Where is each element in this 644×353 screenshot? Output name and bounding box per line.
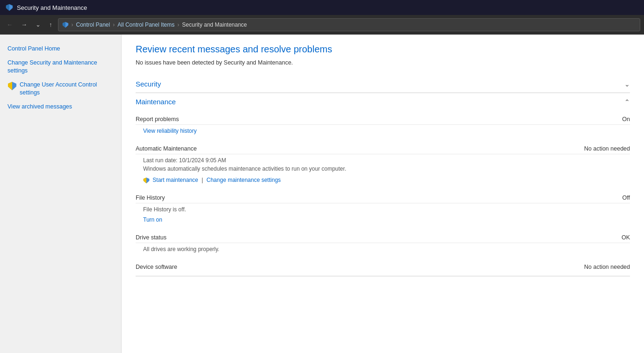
up-button[interactable]: ↑ bbox=[46, 19, 55, 30]
content-area: Review recent messages and resolve probl… bbox=[122, 35, 644, 353]
svg-marker-3 bbox=[62, 22, 65, 27]
sidebar-item-label: Change Security and Maintenance settings bbox=[7, 59, 114, 75]
address-bar: ← → ⌄ ↑ › Control Panel › All Control Pa… bbox=[0, 15, 644, 35]
sidebar-item-label: View archived messages bbox=[7, 103, 72, 111]
forward-button[interactable]: → bbox=[18, 19, 30, 30]
automatic-maintenance-details: Last run date: 10/1/2024 9:05 AM Windows… bbox=[136, 154, 630, 189]
file-history-label: File History bbox=[136, 195, 165, 201]
sidebar-item-change-uac[interactable]: Change User Account Control settings bbox=[0, 78, 121, 100]
path-security-maintenance: Security and Maintenance bbox=[182, 22, 247, 28]
bottom-divider bbox=[136, 276, 630, 276]
app-icon bbox=[6, 4, 13, 11]
automatic-maintenance-status: No action needed bbox=[584, 145, 630, 152]
drive-status-row: Drive status OK All drives are working p… bbox=[136, 229, 630, 258]
address-path: › Control Panel › All Control Panel Item… bbox=[58, 18, 641, 31]
recent-locations-button[interactable]: ⌄ bbox=[33, 19, 43, 30]
main-container: Control Panel Home Change Security and M… bbox=[0, 35, 644, 353]
title-bar: Security and Maintenance bbox=[0, 0, 644, 15]
drive-status-label: Drive status bbox=[136, 234, 166, 241]
path-all-items[interactable]: All Control Panel Items bbox=[117, 22, 174, 28]
file-history-row: File History Off File History is off. Tu… bbox=[136, 189, 630, 229]
link-separator: | bbox=[202, 177, 204, 183]
automatic-maintenance-label: Automatic Maintenance bbox=[136, 145, 197, 152]
security-section-header[interactable]: Security ⌄ bbox=[136, 75, 630, 93]
device-software-status: No action needed bbox=[584, 264, 630, 270]
svg-marker-1 bbox=[6, 4, 9, 11]
maintenance-last-run: Last run date: 10/1/2024 9:05 AM bbox=[143, 156, 630, 165]
sidebar-item-label: Change User Account Control settings bbox=[20, 81, 114, 97]
automatic-maintenance-row: Automatic Maintenance No action needed L… bbox=[136, 140, 630, 189]
drive-status-details: All drives are working properly. bbox=[136, 243, 630, 258]
subtitle: No issues have been detected by Security… bbox=[136, 59, 630, 66]
sidebar-item-view-archived[interactable]: View archived messages bbox=[0, 100, 121, 114]
shield-icon bbox=[7, 81, 17, 91]
change-maintenance-settings-link[interactable]: Change maintenance settings bbox=[207, 177, 281, 183]
start-maintenance-link[interactable]: Start maintenance bbox=[152, 177, 198, 183]
file-history-status: Off bbox=[622, 195, 630, 201]
sidebar-item-label: Control Panel Home bbox=[7, 45, 60, 53]
file-history-link-container: Turn on bbox=[143, 216, 630, 224]
view-reliability-history-link[interactable]: View reliability history bbox=[143, 128, 197, 134]
maintenance-section-header[interactable]: Maintenance ⌃ bbox=[136, 93, 630, 110]
turn-on-link[interactable]: Turn on bbox=[143, 216, 162, 223]
report-problems-label: Report problems bbox=[136, 116, 179, 122]
report-problems-row: Report problems On View reliability hist… bbox=[136, 110, 630, 140]
sidebar-item-control-panel-home[interactable]: Control Panel Home bbox=[0, 42, 121, 56]
drive-status-note: All drives are working properly. bbox=[143, 245, 630, 253]
file-history-details: File History is off. Turn on bbox=[136, 203, 630, 229]
svg-marker-5 bbox=[8, 82, 12, 90]
title-bar-text: Security and Maintenance bbox=[17, 4, 87, 11]
maintenance-schedule-note: Windows automatically schedules maintena… bbox=[143, 165, 630, 173]
report-problems-details: View reliability history bbox=[136, 125, 630, 140]
sidebar: Control Panel Home Change Security and M… bbox=[0, 35, 122, 353]
sidebar-item-change-security[interactable]: Change Security and Maintenance settings bbox=[0, 56, 121, 78]
path-control-panel[interactable]: Control Panel bbox=[76, 22, 110, 28]
shield-start-maintenance-icon bbox=[143, 177, 150, 184]
svg-marker-7 bbox=[144, 178, 146, 184]
maintenance-section-title: Maintenance bbox=[136, 98, 176, 106]
back-button[interactable]: ← bbox=[4, 19, 15, 30]
maintenance-section: Report problems On View reliability hist… bbox=[136, 110, 630, 272]
file-history-note: File History is off. bbox=[143, 205, 630, 214]
device-software-row: Device software No action needed bbox=[136, 258, 630, 272]
security-chevron: ⌄ bbox=[624, 80, 630, 88]
page-title: Review recent messages and resolve probl… bbox=[136, 44, 630, 55]
security-section-title: Security bbox=[136, 80, 161, 88]
path-icon bbox=[62, 22, 69, 28]
report-problems-status: On bbox=[622, 116, 630, 122]
maintenance-links: Start maintenance | Change maintenance s… bbox=[143, 176, 630, 184]
maintenance-chevron: ⌃ bbox=[624, 98, 630, 106]
drive-status-status: OK bbox=[622, 234, 630, 241]
device-software-label: Device software bbox=[136, 264, 177, 270]
